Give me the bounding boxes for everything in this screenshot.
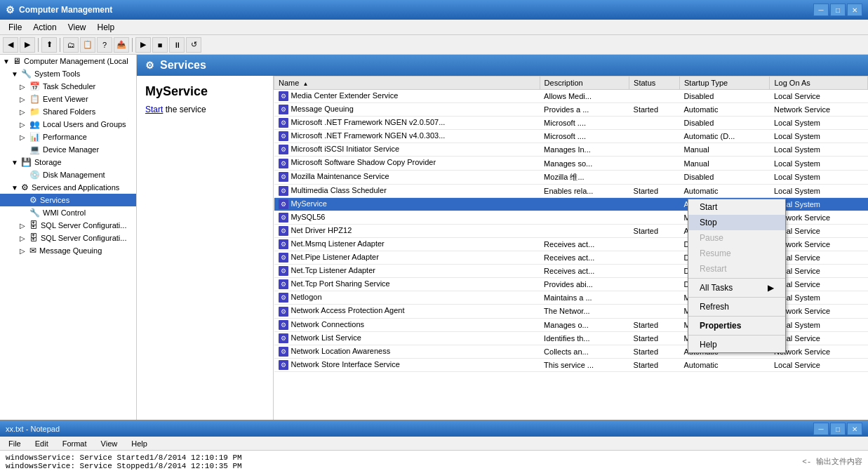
table-row[interactable]: ⚙Network Store Interface ServiceThis ser… <box>274 358 868 371</box>
expand-icon[interactable]: ▼ <box>11 70 20 78</box>
start-service-link[interactable]: Start <box>145 105 163 114</box>
help-button[interactable]: ? <box>97 37 112 53</box>
expand-icon[interactable]: ▷ <box>20 95 28 103</box>
menu-file[interactable]: File <box>3 21 27 34</box>
table-row[interactable]: ⚙Message QueuingProvides a ...StartedAut… <box>274 103 868 117</box>
service-name-cell: ⚙Mozilla Maintenance Service <box>274 170 540 184</box>
sidebar-item-shared-folders[interactable]: ▷ 📁 Shared Folders <box>0 105 136 118</box>
export-button[interactable]: 📤 <box>114 37 129 53</box>
service-startup-cell: Disabled <box>680 170 770 184</box>
maximize-button[interactable]: □ <box>830 4 846 16</box>
back-button[interactable]: ◀ <box>3 37 18 53</box>
col-logon[interactable]: Log On As <box>770 77 868 90</box>
services-header: ⚙ Services <box>137 55 868 76</box>
ctx-resume: Resume <box>688 246 785 261</box>
notepad-menu-view[interactable]: View <box>95 438 123 449</box>
service-name-cell: ⚙Net.Tcp Listener Adapter <box>274 265 540 278</box>
table-row[interactable]: ⚙Mozilla Maintenance ServiceMozilla 维...… <box>274 170 868 184</box>
sidebar-item-device-manager[interactable]: 💻 Device Manager <box>0 143 136 156</box>
ctx-help[interactable]: Help <box>688 337 785 352</box>
table-row[interactable]: ⚙Microsoft .NET Framework NGEN v4.0.303.… <box>274 130 868 143</box>
menu-action[interactable]: Action <box>27 21 62 34</box>
ctx-all-tasks[interactable]: All Tasks▶ <box>688 280 785 296</box>
minimize-button[interactable]: ─ <box>813 4 829 16</box>
close-button[interactable]: ✕ <box>847 4 862 16</box>
table-row[interactable]: ⚙Media Center Extender ServiceAllows Med… <box>274 90 868 103</box>
sidebar-item-storage[interactable]: ▼ 💾 Storage <box>0 156 136 168</box>
properties-button[interactable]: 📋 <box>80 37 95 53</box>
notepad-maximize[interactable]: □ <box>830 423 846 435</box>
users-icon: 👥 <box>29 119 40 129</box>
ctx-sep2 <box>688 297 785 298</box>
sidebar-label: Services <box>40 196 69 204</box>
ctx-properties[interactable]: Properties <box>688 318 785 333</box>
expand-icon[interactable]: ▷ <box>20 222 28 230</box>
service-startup-cell: Automatic <box>680 184 770 197</box>
menu-view[interactable]: View <box>62 21 92 34</box>
col-startup[interactable]: Startup Type <box>680 77 770 90</box>
sidebar-item-system-tools[interactable]: ▼ 🔧 System Tools <box>0 67 136 80</box>
ctx-stop[interactable]: Stop <box>688 215 785 230</box>
notepad-menu-file[interactable]: File <box>3 438 27 449</box>
expand-icon[interactable]: ▷ <box>20 108 28 116</box>
service-icon: ⚙ <box>279 293 288 303</box>
stop-button[interactable]: ■ <box>152 37 168 53</box>
col-description[interactable]: Description <box>540 77 629 90</box>
table-row[interactable]: ⚙Microsoft iSCSI Initiator ServiceManage… <box>274 143 868 157</box>
up-button[interactable]: ⬆ <box>41 37 57 53</box>
service-status-cell <box>629 211 680 224</box>
expand-icon[interactable]: ▷ <box>20 247 28 255</box>
sidebar-label: Computer Management (Local <box>24 57 128 65</box>
start-button[interactable]: ▶ <box>135 37 151 53</box>
table-row[interactable]: ⚙Microsoft .NET Framework NGEN v2.0.507.… <box>274 117 868 130</box>
col-name[interactable]: Name ▲ <box>274 77 540 90</box>
show-hide-tree[interactable]: 🗂 <box>63 37 79 53</box>
sidebar-item-computer-management[interactable]: ▼ 🖥 Computer Management (Local <box>0 55 136 67</box>
table-row[interactable]: ⚙Microsoft Software Shadow Copy Provider… <box>274 157 868 170</box>
sidebar-item-services-apps[interactable]: ▼ ⚙ Services and Applications <box>0 181 136 194</box>
expand-icon[interactable]: ▷ <box>20 83 28 91</box>
left-panel: MyService Start the service <box>137 76 274 420</box>
menu-help[interactable]: Help <box>92 21 121 34</box>
sidebar-item-wmi[interactable]: 🔧 WMI Control <box>0 206 136 219</box>
ctx-refresh[interactable]: Refresh <box>688 299 785 314</box>
sidebar-item-disk-mgmt[interactable]: 💿 Disk Management <box>0 168 136 181</box>
notepad-menu-edit[interactable]: Edit <box>29 438 54 449</box>
services-header-icon: ⚙ <box>145 60 154 71</box>
window-controls: ─ □ ✕ <box>813 4 862 16</box>
expand-icon[interactable]: ▷ <box>20 133 28 141</box>
sidebar-item-sql1[interactable]: ▷ 🗄 SQL Server Configurati... <box>0 219 136 232</box>
sidebar-item-services[interactable]: ⚙ Services <box>0 194 136 206</box>
notepad-menu-help[interactable]: Help <box>126 438 153 449</box>
service-desc-cell: This service ... <box>540 358 629 371</box>
expand-icon[interactable]: ▼ <box>11 184 20 192</box>
ctx-resume-label: Resume <box>700 248 731 258</box>
col-status[interactable]: Status <box>629 77 680 90</box>
restart-button[interactable]: ↺ <box>186 37 201 53</box>
notepad-title-text: xx.txt - Notepad <box>6 425 60 433</box>
sidebar-item-mq[interactable]: ▷ ✉ Message Queuing <box>0 244 136 257</box>
table-row[interactable]: ⚙Multimedia Class SchedulerEnables rela.… <box>274 184 868 197</box>
service-name-cell: ⚙Net.Msmq Listener Adapter <box>274 237 540 251</box>
expand-icon[interactable]: ▷ <box>20 234 28 242</box>
sidebar-item-local-users[interactable]: ▷ 👥 Local Users and Groups <box>0 118 136 131</box>
sidebar-item-task-scheduler[interactable]: ▷ 📅 Task Scheduler <box>0 80 136 93</box>
notepad-menu-format[interactable]: Format <box>57 438 93 449</box>
sidebar-item-event-viewer[interactable]: ▷ 📋 Event Viewer <box>0 93 136 105</box>
service-status-cell <box>629 197 680 211</box>
expand-icon[interactable]: ▼ <box>3 58 11 65</box>
service-icon: ⚙ <box>279 253 288 263</box>
title-bar: ⚙ Computer Management ─ □ ✕ <box>0 0 868 20</box>
sidebar-item-sql2[interactable]: ▷ 🗄 SQL Server Configurati... <box>0 232 136 244</box>
expand-icon[interactable]: ▼ <box>11 159 20 166</box>
expand-icon[interactable]: ▷ <box>20 121 28 128</box>
notepad-minimize[interactable]: ─ <box>813 423 829 435</box>
ctx-start[interactable]: Start <box>688 199 785 215</box>
sidebar-item-performance[interactable]: ▷ 📊 Performance <box>0 131 136 143</box>
ctx-all-tasks-label: All Tasks <box>700 283 733 293</box>
ctx-properties-label: Properties <box>700 321 741 331</box>
forward-button[interactable]: ▶ <box>20 37 35 53</box>
notepad-close[interactable]: ✕ <box>847 423 862 435</box>
pause-button[interactable]: ⏸ <box>169 37 185 53</box>
ctx-stop-label: Stop <box>700 218 717 227</box>
